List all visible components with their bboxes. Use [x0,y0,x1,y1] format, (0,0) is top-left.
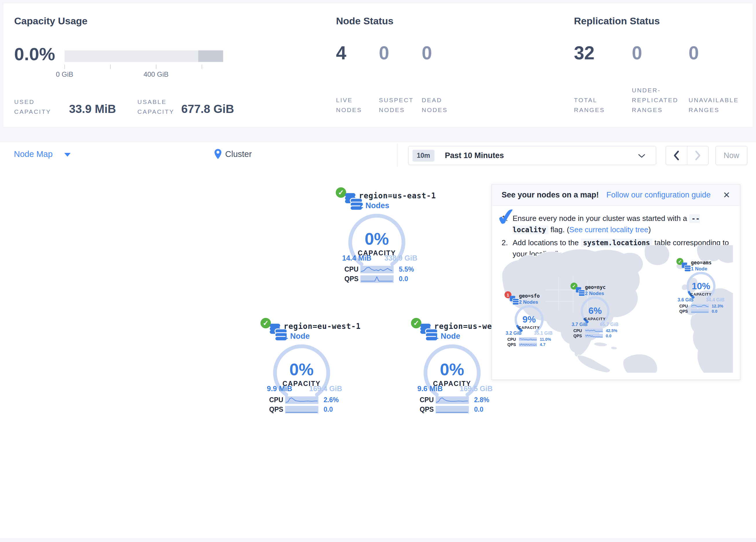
total-ranges-value: 32 [574,42,594,64]
cpu-sparkline [436,396,469,404]
qps-sparkline [360,276,394,283]
chevron-down-icon [638,154,645,158]
time-range-label: Past 10 Minutes [445,151,504,160]
time-back-button[interactable] [666,146,687,165]
time-range-badge: 10m [412,150,434,161]
map-node-geo-nyc[interactable]: ✓ geo=nyc 2 Nodes 6% CAPACITY 3.7 GiB [570,283,620,339]
view-selector-label: Node Map [14,149,53,159]
map-pin-icon [214,148,222,160]
view-selector[interactable]: Node Map [14,149,71,159]
region-card-eu-west-1[interactable]: ✓ region=eu-west-1 1 Node 0% CAPACITY 9.… [258,317,351,413]
capacity-bar [65,50,223,62]
breadcrumb[interactable]: Cluster [214,148,252,160]
qps-value: 0.0 [606,334,611,338]
under-replicated-value: 0 [632,42,642,64]
locality-tree-link[interactable]: See current locality tree [569,225,648,234]
live-nodes-value: 4 [336,42,346,64]
qps-value: 0.0 [399,275,408,283]
cpu-label: CPU [269,396,285,404]
under-replicated-label: UNDER- REPLICATED RANGES [632,85,678,115]
qps-label: QPS [507,342,519,347]
qps-sparkline [691,309,709,313]
cpu-value: 42.5% [606,328,617,333]
axis-tick-label: 400 GiB [144,70,169,78]
dead-nodes-label: DEAD NODES [422,95,448,115]
map-node-geo-sfo[interactable]: 1 geo=sfo 2 Nodes 9% CAPACITY 3.2 GiB [504,291,554,348]
usable-capacity-value: 677.8 GiB [181,102,234,115]
total-capacity: 169.4 GiB [309,385,342,393]
locality-nodes-link[interactable]: 2 Nodes [585,291,604,297]
usable-capacity-label: USABLE CAPACITY [137,97,174,117]
region-card-us-east-1[interactable]: ✓ region=us-east-1 2 Nodes 0% CAPACITY 1… [333,187,426,282]
gauge-percent: 0% [365,229,389,248]
region-name: region=us-east-1 [359,191,436,200]
breadcrumb-label: Cluster [225,149,252,159]
database-stack-icon [508,295,520,306]
gauge-percent: 0% [289,360,314,379]
configuration-guide-link[interactable]: Follow our configuration guide [606,190,711,199]
qps-label: QPS [573,334,585,338]
used-capacity: 14.4 MiB [342,254,371,262]
gauge-percent: 0% [440,360,464,379]
time-range-dropdown[interactable]: 10m Past 10 Minutes [408,146,656,165]
capacity-gauge: 0% CAPACITY [345,213,409,271]
cpu-sparkline [519,337,537,341]
cpu-sparkline [285,396,318,404]
capacity-percent: 0.0% [14,44,55,64]
total-capacity: 169.5 GiB [460,385,493,393]
qps-sparkline [436,406,469,414]
region-nodes-link[interactable]: 1 Node [284,332,310,341]
total-capacity: 34.4 GiB [706,297,724,303]
database-stack-icon [574,286,586,297]
suspect-nodes-label: SUSPECT NODES [379,95,414,115]
capacity-gauge: 0% CAPACITY [420,344,484,402]
locality-nodes-link[interactable]: 2 Nodes [519,300,538,305]
nodes-on-map-popup: See your nodes on a map! Follow our conf… [491,184,740,380]
world-map-preview: 1 geo=sfo 2 Nodes 9% CAPACITY 3.2 GiB [502,245,733,373]
map-node-geo-ams[interactable]: ✓ geo=ams 1 Node 10% CAPACITY 3.6 GiB [676,258,726,315]
used-capacity: 3.7 GiB [572,322,588,327]
chevron-right-icon [695,150,701,160]
step-text-fragment: flag. ( [548,225,569,234]
database-stack-icon [680,261,691,273]
qps-sparkline [285,406,318,414]
qps-value: 0.0 [474,406,483,414]
unavailable-label: UNAVAILABLE RANGES [689,95,739,115]
region-nodes-link[interactable]: 2 Nodes [359,201,389,210]
live-nodes-label: LIVE NODES [336,95,362,115]
capacity-bar-dark-segment [198,50,223,62]
caret-down-icon [64,153,71,157]
step-text-fragment: ) [648,225,651,234]
now-button-label: Now [724,151,739,160]
close-icon[interactable]: ✕ [723,190,730,200]
qps-sparkline [519,343,537,347]
locality-name: geo=nyc [585,284,606,290]
cpu-value: 2.8% [474,396,489,404]
gauge-capacity-word: CAPACITY [518,326,540,330]
qps-label: QPS [679,309,691,314]
time-forward-button[interactable] [687,146,709,165]
qps-label: QPS [420,406,436,414]
used-capacity-value: 33.9 MiB [69,102,116,115]
chevron-left-icon [673,150,680,160]
locality-name: geo=ams [691,260,712,265]
cpu-label: CPU [573,328,585,333]
qps-value: 0.0 [324,406,333,414]
popup-title: See your nodes on a map! [502,190,599,199]
cpu-value: 2.6% [324,396,339,404]
qps-value: 0.0 [712,309,717,314]
total-capacity: 35.1 GiB [534,331,553,336]
cluster-stats-card: Capacity Usage 0.0% 0 GiB 400 GiB USED C… [3,3,753,127]
locality-nodes-link[interactable]: 1 Node [691,266,707,272]
region-card-us-west-1[interactable]: ✓ region=us-west-1 1 Node 0% CAPACITY 9.… [409,317,501,413]
dead-nodes-value: 0 [422,42,432,64]
region-nodes-link[interactable]: 1 Node [434,332,460,341]
cpu-sparkline [585,329,603,333]
capacity-usage-title: Capacity Usage [14,15,87,27]
now-button[interactable]: Now [715,146,747,165]
suspect-nodes-value: 0 [379,42,389,64]
unavailable-value: 0 [689,42,699,64]
cpu-value: 11.0% [540,337,551,342]
locality-name: geo=sfo [519,293,540,299]
step-text-fragment: Ensure every node in your cluster was st… [513,214,689,223]
